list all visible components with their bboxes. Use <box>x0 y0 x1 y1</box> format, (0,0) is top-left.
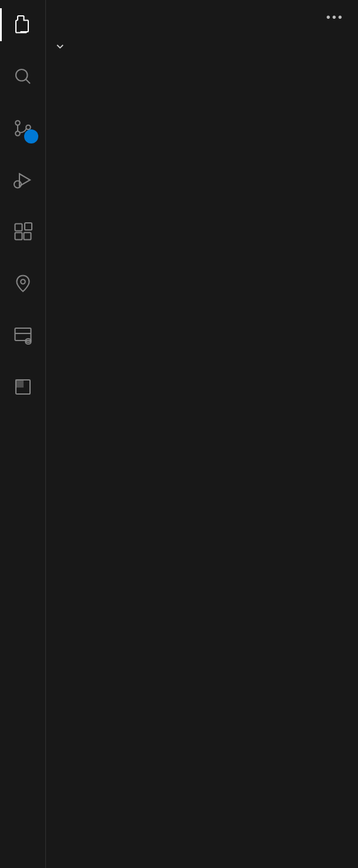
svg-rect-10 <box>25 223 32 230</box>
svg-point-2 <box>15 121 20 125</box>
panel-tab-icon[interactable] <box>11 375 35 399</box>
source-control-badge <box>24 129 38 143</box>
sidebar-header: ••• <box>46 0 358 35</box>
explorer-sidebar: ••• <box>46 0 358 868</box>
svg-point-11 <box>21 279 25 284</box>
file-tree <box>46 59 358 868</box>
svg-point-3 <box>15 131 20 136</box>
extensions-tab-icon[interactable] <box>11 220 35 243</box>
source-control-tab-icon[interactable] <box>11 116 35 140</box>
database-tab-icon[interactable] <box>11 323 35 347</box>
svg-rect-15 <box>16 380 23 387</box>
chevron-down-icon <box>53 39 67 54</box>
workspace-root[interactable] <box>46 35 358 59</box>
run-debug-tab-icon[interactable] <box>11 168 35 192</box>
svg-line-1 <box>25 79 29 84</box>
svg-point-6 <box>14 181 21 188</box>
svg-rect-9 <box>24 233 31 240</box>
explorer-tab-icon[interactable] <box>11 13 35 36</box>
activity-bar <box>0 0 46 868</box>
svg-point-0 <box>16 69 28 81</box>
gitlens-tab-icon[interactable] <box>11 272 35 295</box>
svg-rect-8 <box>15 233 22 240</box>
more-actions-icon[interactable]: ••• <box>326 11 344 24</box>
search-tab-icon[interactable] <box>11 65 35 88</box>
svg-rect-7 <box>15 224 22 231</box>
